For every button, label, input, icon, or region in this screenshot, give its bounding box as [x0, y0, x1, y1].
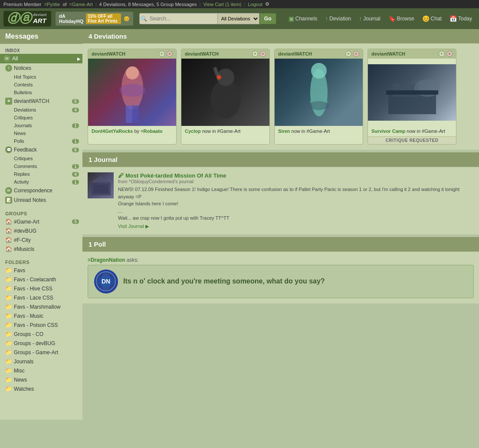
search-bar: 🔍 All Deviations Journals Deviations Go — [139, 13, 276, 24]
logo-da: ⓓⓐ — [7, 13, 31, 25]
visit-journal-link[interactable]: Visit Journal ▶ — [118, 224, 474, 229]
sidebar-item-unread-notes[interactable]: 📝 Unread Notes — [0, 195, 82, 205]
folders-label: FOLDERS — [0, 257, 82, 266]
card-close-btn-3[interactable]: × — [353, 51, 359, 57]
notices-label: Notices — [14, 65, 31, 71]
card-close-btn-1[interactable]: × — [167, 51, 173, 57]
sidebar-item-deviantwatch[interactable]: 👁 deviantWATCH 6 — [0, 96, 82, 106]
svg-rect-2 — [132, 105, 139, 123]
sidebar-item-deviations[interactable]: Deviations 4 — [12, 106, 82, 114]
search-icon: 🔍 — [139, 13, 148, 24]
sidebar-item-critiques[interactable]: Critiques — [12, 114, 82, 122]
svg-point-11 — [308, 101, 330, 110]
deviation-artist-link-1[interactable]: =Robaato — [141, 128, 162, 134]
nav-today[interactable]: 📅Today — [446, 13, 476, 24]
nav-browse[interactable]: 🔖Browse — [385, 13, 418, 24]
sidebar-item-music-is[interactable]: 🏠 #MusicIs — [0, 244, 82, 254]
sidebar-item-polls[interactable]: Polls 1 — [12, 137, 82, 145]
folder-poison-css[interactable]: 📁Favs - Poison CSS — [0, 320, 82, 329]
folder-groups-co[interactable]: 📁Groups - CO — [0, 329, 82, 339]
folder-favs[interactable]: 📁Favs — [0, 266, 82, 275]
nav-links: ▣Channels ↑Deviation ↑Journal 🔖Browse 😊C… — [285, 13, 476, 24]
deviation-caption-4: Survivor Camp now in #Game-Art — [368, 126, 456, 136]
group-link[interactable]: =Game-Art — [69, 2, 93, 7]
sidebar-item-news[interactable]: News — [12, 129, 82, 137]
deviation-title-link-2[interactable]: Cyclop — [185, 128, 201, 134]
username-link[interactable]: =Pyritie — [44, 2, 60, 7]
logout-link[interactable]: Logout — [248, 2, 262, 7]
svg-point-4 — [119, 84, 145, 97]
sidebar-item-contests[interactable]: Contests — [12, 81, 82, 89]
sidebar-item-replies[interactable]: Replies 4 — [12, 170, 82, 178]
folder-marshmallow[interactable]: 📁Favs - Marshmallow — [0, 302, 82, 311]
sidebar-item-game-art[interactable]: 🏠 #Game-Art 5 — [0, 217, 82, 226]
journal-section: 1 Journal 🖊 Most Poké-tarded M — [82, 152, 479, 234]
go-button[interactable]: Go — [259, 13, 276, 24]
folder-icon-4: 📁 — [5, 294, 12, 301]
view-cart-link[interactable]: View Cart (1 item) — [203, 2, 241, 7]
deviation-img-1 — [88, 59, 176, 126]
deviation-img-2 — [181, 59, 269, 126]
sidebar-item-activity[interactable]: Activity 1 — [12, 178, 82, 186]
sidebar-item-devbug[interactable]: 🏠 #devBUG — [0, 226, 82, 235]
folder-icon-7: 📁 — [5, 322, 12, 328]
folder-groups-devbug[interactable]: 📁Groups - devBUG — [0, 339, 82, 348]
folder-music[interactable]: 📁Favs - Music — [0, 311, 82, 320]
sidebar-item-all[interactable]: ✉ All ▶ — [0, 54, 82, 63]
card-close-btn-4[interactable]: × — [446, 51, 453, 57]
poll-asker-link[interactable]: =DragonNation — [88, 257, 125, 263]
sidebar-item-comments[interactable]: Comments 1 — [12, 162, 82, 170]
deviation-title-link-3[interactable]: Siren — [278, 128, 290, 134]
card-add-btn-2[interactable]: + — [252, 51, 258, 57]
folder-misc[interactable]: 📁Misc — [0, 366, 82, 375]
folder-groups-game-art[interactable]: 📁Groups - Game-Art — [0, 348, 82, 357]
notices-icon: ! — [5, 65, 12, 72]
folder-lace-css[interactable]: 📁Favs - Lace CSS — [0, 293, 82, 302]
poll-question-box: DN Its n o' clock and you're meeting som… — [88, 265, 474, 298]
sidebar-item-f-city[interactable]: 🏠 #F-City — [0, 235, 82, 244]
card-add-btn-4[interactable]: + — [439, 51, 445, 57]
group-name-1: #Game-Art — [14, 219, 39, 225]
card-add-btn-1[interactable]: + — [159, 51, 165, 57]
deviations-count: 4 — [72, 108, 79, 112]
journal-title-link[interactable]: 🖊 Most Poké-tarded Mission Of All Time — [118, 172, 474, 179]
search-type-select[interactable]: All Deviations Journals Deviations — [217, 13, 259, 24]
journal-thumbnail — [88, 172, 114, 198]
nav-deviation[interactable]: ↑Deviation — [322, 13, 354, 24]
group-count-1: 5 — [72, 219, 79, 224]
correspondence-icon: ✉ — [5, 187, 12, 194]
card-add-btn-3[interactable]: + — [345, 51, 351, 57]
card-title-1: deviantWATCH — [92, 51, 125, 56]
deviation-title-link-1[interactable]: Dont4GetYaRocks — [92, 128, 133, 134]
card-actions-4: + × — [439, 51, 453, 57]
inbox-label: INBOX — [0, 46, 82, 54]
sidebar-item-bulletins[interactable]: Bulletins — [12, 89, 82, 96]
svg-marker-17 — [91, 176, 111, 182]
nav-channels[interactable]: ▣Channels — [285, 13, 321, 24]
folder-coelacanth[interactable]: 📁Favs - Coelacanth — [0, 275, 82, 284]
sidebar-item-journals[interactable]: Journals 1 — [12, 122, 82, 129]
sidebar-item-hot-topics[interactable]: Hot Topics — [12, 73, 82, 81]
deviation-title-link-4[interactable]: Survivor Camp — [371, 128, 405, 134]
sidebar-item-correspondence[interactable]: ✉ Correspondence — [0, 186, 82, 195]
hot-topics-label: Hot Topics — [14, 74, 36, 79]
folder-watches[interactable]: 📁Watches — [0, 384, 82, 393]
sidebar-item-fb-critiques[interactable]: Critiques — [12, 155, 82, 162]
logo[interactable]: ⓓⓐ deviant ART — [3, 11, 51, 26]
folder-hive-css[interactable]: 📁Favs - Hive CSS — [0, 284, 82, 293]
search-input[interactable] — [148, 13, 217, 24]
sidebar-item-feedback[interactable]: 💬 Feedback 6 — [0, 145, 82, 155]
deviation-caption-2: Cyclop now in #Game-Art — [181, 126, 269, 136]
nav-journal[interactable]: ↑Journal — [355, 13, 384, 24]
folder-journals[interactable]: 📁Journals — [0, 357, 82, 366]
card-close-btn-2[interactable]: × — [260, 51, 266, 57]
content: 4 Deviations deviantWATCH + × — [82, 29, 479, 420]
banner[interactable]: dA HolidayHQ 15% OFF all Fine Art Prints… — [56, 12, 133, 26]
folder-icon-10: 📁 — [5, 349, 12, 356]
deviations-section: 4 Deviations deviantWATCH + × — [82, 29, 479, 150]
nav-chat[interactable]: 😊Chat — [419, 13, 445, 24]
deviantwatch-count: 6 — [72, 99, 79, 104]
fb-critiques-label: Critiques — [14, 156, 33, 161]
folder-news[interactable]: 📁News — [0, 375, 82, 384]
sidebar-item-notices[interactable]: ! Notices — [0, 63, 82, 73]
